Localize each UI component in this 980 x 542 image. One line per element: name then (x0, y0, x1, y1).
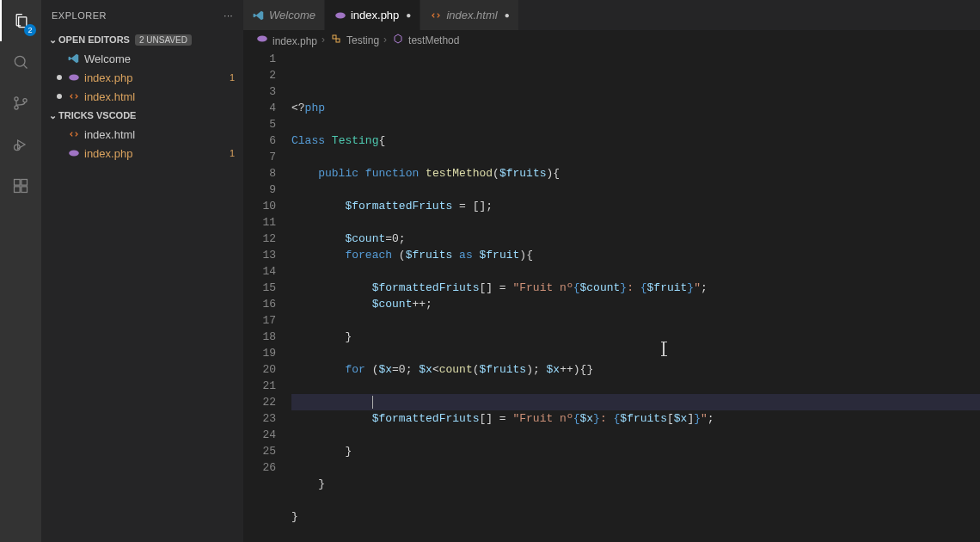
tab-label: index.php (351, 9, 399, 22)
code-line[interactable] (291, 345, 980, 361)
tabs-bar: Welcomeindex.phpindex.html (243, 0, 980, 30)
breadcrumb-label: Testing (346, 34, 379, 46)
code-line[interactable] (291, 182, 980, 198)
activity-extensions[interactable] (0, 165, 41, 206)
code-line[interactable]: } (291, 476, 980, 492)
method-icon (391, 34, 405, 44)
code-line[interactable] (291, 492, 980, 508)
svg-rect-6 (21, 180, 28, 186)
breadcrumb-item[interactable]: Testing (329, 34, 379, 46)
svg-rect-7 (15, 187, 21, 193)
folder-label: TRICKS VSCODE (58, 110, 136, 120)
code-line[interactable] (291, 427, 980, 443)
folder-header[interactable]: ⌄ TRICKS VSCODE (41, 106, 243, 125)
file-name: Welcome (84, 52, 131, 65)
chevron-right-icon: › (322, 34, 325, 46)
modified-dot-icon (57, 75, 62, 80)
file-name: index.html (84, 128, 135, 141)
breadcrumbs[interactable]: index.php›Testing›testMethod (243, 30, 980, 49)
code-line[interactable]: Class Testing{ (291, 132, 980, 149)
line-number: 7 (243, 149, 276, 165)
tab-label: index.html (446, 9, 497, 22)
html-icon (67, 90, 81, 102)
line-number: 24 (243, 427, 276, 443)
activity-search[interactable] (0, 41, 41, 83)
line-number: 6 (243, 132, 276, 149)
breadcrumb-item[interactable]: index.php (255, 33, 317, 47)
code-line[interactable]: } (291, 329, 980, 345)
explorer-badge: 2 (24, 24, 36, 36)
sidebar: EXPLORER ··· ⌄ OPEN EDITORS 2 UNSAVED We… (41, 0, 243, 542)
code-line[interactable]: <?php (291, 100, 980, 116)
line-number: 15 (243, 280, 276, 296)
tab-index-php[interactable]: index.php (325, 0, 420, 30)
code-line[interactable] (291, 459, 980, 476)
svg-point-11 (335, 12, 346, 18)
code-line[interactable] (291, 149, 980, 165)
svg-rect-8 (21, 187, 28, 193)
code-content[interactable]: <?phpClass Testing{ public function test… (291, 49, 980, 542)
line-number: 11 (243, 214, 276, 231)
line-number: 8 (243, 165, 276, 182)
line-number: 18 (243, 329, 276, 345)
line-number: 2 (243, 67, 276, 83)
code-line[interactable] (291, 116, 980, 132)
code-line[interactable] (291, 263, 980, 280)
code-line[interactable] (291, 312, 980, 329)
php-icon (334, 9, 347, 22)
svg-point-12 (257, 35, 267, 41)
code-line[interactable] (291, 378, 980, 394)
tab-index-html[interactable]: index.html (420, 0, 518, 30)
folder-file-item[interactable]: index.php1 (41, 144, 243, 163)
line-number: 4 (243, 100, 276, 116)
open-editor-item[interactable]: index.php1 (41, 68, 243, 87)
problem-count: 1 (230, 148, 235, 158)
modified-dot-icon (57, 94, 62, 99)
html-icon (429, 9, 443, 22)
svg-point-1 (15, 97, 18, 101)
line-number: 26 (243, 459, 276, 476)
code-line[interactable]: } (291, 443, 980, 459)
open-editor-item[interactable]: index.html (41, 87, 243, 106)
activity-explorer[interactable]: 2 (0, 0, 41, 41)
editor-body[interactable]: 1234567891011121314151617181920212223242… (243, 49, 980, 542)
vscode-icon (252, 9, 266, 22)
tab-welcome[interactable]: Welcome (243, 0, 325, 30)
code-line[interactable]: foreach ($fruits as $fruit){ (291, 247, 980, 263)
code-line[interactable]: $formattedFriuts[] = "Fruit nº{$count}: … (291, 280, 980, 296)
sidebar-header: EXPLORER ··· (41, 0, 243, 30)
html-icon (67, 128, 81, 140)
chevron-right-icon: › (383, 34, 387, 46)
svg-point-0 (15, 56, 25, 66)
breadcrumb-item[interactable]: testMethod (391, 34, 459, 46)
code-line[interactable]: $count++; (291, 296, 980, 312)
code-line[interactable]: } (291, 508, 980, 525)
open-editors-label: OPEN EDITORS (58, 34, 130, 45)
file-name: index.php (84, 71, 132, 84)
search-icon (12, 53, 29, 71)
text-cursor-icon (663, 342, 665, 356)
sidebar-more[interactable]: ··· (224, 10, 233, 21)
breadcrumb-label: index.php (273, 35, 317, 47)
folder-file-item[interactable]: index.html (41, 125, 243, 144)
line-number: 25 (243, 443, 276, 459)
svg-point-3 (23, 99, 27, 102)
svg-point-10 (69, 151, 79, 157)
open-editor-item[interactable]: Welcome (41, 49, 243, 68)
activity-scm[interactable] (0, 83, 41, 124)
svg-point-9 (69, 75, 79, 81)
caret-icon (372, 396, 373, 409)
code-line[interactable]: $count=0; (291, 231, 980, 247)
activity-debug[interactable] (0, 124, 41, 165)
code-line[interactable]: $formattedFriuts = []; (291, 198, 980, 214)
open-editors-header[interactable]: ⌄ OPEN EDITORS 2 UNSAVED (41, 30, 243, 49)
code-line[interactable] (291, 214, 980, 231)
chevron-down-icon: ⌄ (46, 34, 58, 46)
code-line[interactable] (291, 394, 980, 410)
line-number: 1 (243, 51, 276, 67)
code-line[interactable]: $formattedFriuts[] = "Fruit nº{$x}: {$fr… (291, 410, 980, 427)
tab-label: Welcome (269, 9, 315, 22)
line-number: 14 (243, 263, 276, 280)
code-line[interactable]: public function testMethod($fruits){ (291, 165, 980, 182)
code-line[interactable]: for ($x=0; $x<count($fruits); $x++){} (291, 361, 980, 378)
